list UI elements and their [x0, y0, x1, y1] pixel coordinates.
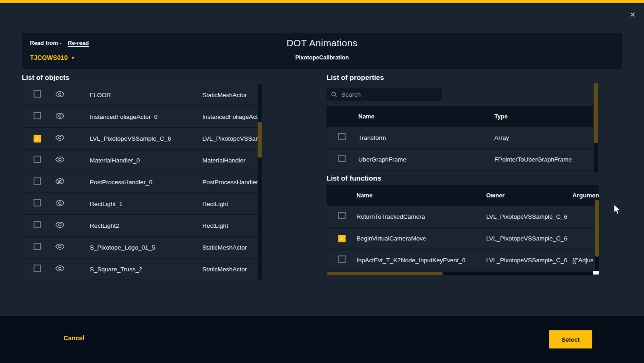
dialog-header: Read from -Re-read TJCGWS010▼ DOT Animat… [22, 33, 622, 69]
table-row[interactable]: RectLight2 RectLight [22, 215, 262, 237]
function-name: ReturnToTrackedCamera [356, 213, 486, 220]
page-subtitle: PixotopeCalibration [22, 54, 622, 61]
function-owner: LVL_PixotopeVSSample_C_6 [486, 257, 572, 264]
scrollbar-thumb[interactable] [595, 200, 599, 257]
properties-table: Name Type Transform Array UberGraphFrame… [327, 106, 593, 171]
object-type: StaticMeshActor [202, 92, 262, 98]
properties-heading: List of properties [327, 74, 384, 82]
column-header-name: Name [358, 113, 494, 120]
row-checkbox[interactable] [34, 199, 41, 206]
visibility-eye-icon[interactable] [55, 91, 65, 98]
row-checkbox[interactable] [338, 212, 346, 219]
row-checkbox[interactable] [34, 221, 41, 228]
object-type: RectLight [202, 201, 262, 207]
row-checkbox[interactable] [338, 235, 346, 242]
column-header-owner: Owner [486, 192, 572, 199]
objects-scrollbar[interactable] [258, 84, 262, 280]
row-checkbox[interactable] [34, 135, 41, 142]
table-row[interactable]: LVL_PixotopeVSSample_C_6 LVL_PixotopeVSS… [22, 128, 262, 150]
visibility-eye-icon[interactable] [55, 134, 65, 142]
scrollbar-thumb[interactable] [594, 83, 598, 143]
column-header-type: Type [494, 113, 593, 120]
table-row[interactable]: RectLight_1 RectLight [22, 193, 262, 215]
object-type: MaterialHandler [202, 157, 262, 164]
object-type: StaticMeshActor [202, 266, 262, 273]
objects-heading: List of objects [22, 74, 69, 82]
functions-table-header: Name Owner Arguments [327, 185, 599, 206]
object-type: PostProcessHandler [202, 179, 262, 186]
table-row[interactable]: UberGraphFrame FPointerToUberGraphFrame [327, 149, 593, 171]
function-name: InpActEvt_T_K2Node_InputKeyEvent_0 [356, 257, 486, 264]
page-title: DOT Animations [22, 38, 622, 49]
object-name: InstancedFoliageActor_0 [90, 113, 202, 120]
properties-scrollbar[interactable] [594, 83, 598, 172]
visibility-eye-icon[interactable] [55, 113, 65, 120]
object-name: S_Pixotope_Logo_01_5 [90, 244, 202, 251]
scrollbar-thumb[interactable] [258, 122, 262, 158]
table-row[interactable]: InstancedFoliageActor_0 InstancedFoliage… [22, 106, 262, 128]
dialog-footer: Cancel Select [0, 316, 644, 363]
function-name: BeginVirtualCameraMove [356, 235, 486, 242]
function-owner: LVL_PixotopeVSSample_C_6 [486, 235, 572, 242]
row-checkbox[interactable] [338, 155, 346, 162]
select-button[interactable]: Select [549, 330, 592, 348]
object-name: RectLight_1 [90, 201, 202, 207]
row-checkbox[interactable] [338, 133, 346, 140]
mouse-cursor [614, 204, 621, 215]
visibility-eye-icon[interactable] [55, 156, 65, 163]
visibility-eye-icon[interactable] [55, 243, 65, 250]
functions-horizontal-scrollbar[interactable] [327, 272, 599, 275]
table-row[interactable]: Transform Array [327, 127, 593, 149]
visibility-eye-icon[interactable] [55, 221, 65, 229]
property-name: Transform [358, 134, 494, 141]
objects-table: FLOOR StaticMeshActor InstancedFoliageAc… [22, 84, 262, 281]
row-checkbox[interactable] [338, 255, 346, 263]
functions-table: Name Owner Arguments ReturnToTrackedCame… [327, 185, 599, 271]
functions-scrollbar[interactable] [595, 200, 599, 271]
row-checkbox[interactable] [34, 90, 41, 98]
table-row[interactable]: S_Pixotope_Logo_01_5 StaticMeshActor [22, 237, 262, 259]
function-owner: LVL_PixotopeVSSample_C_6 [486, 213, 572, 220]
column-header-arguments: Arguments [572, 192, 599, 199]
property-name: UberGraphFrame [358, 156, 494, 163]
column-header-name: Name [356, 192, 486, 199]
properties-search[interactable] [327, 88, 442, 101]
table-row[interactable]: ReturnToTrackedCamera LVL_PixotopeVSSamp… [327, 206, 599, 228]
object-name: FLOOR [90, 92, 202, 98]
row-checkbox[interactable] [34, 265, 41, 272]
object-name: PostProcessHandler_0 [90, 179, 202, 186]
properties-table-header: Name Type [327, 106, 593, 127]
row-checkbox[interactable] [34, 156, 41, 163]
property-type: Array [494, 134, 593, 141]
cancel-button[interactable]: Cancel [63, 334, 84, 342]
accent-top-bar [0, 0, 644, 3]
row-checkbox[interactable] [34, 112, 41, 119]
visibility-eye-icon[interactable] [55, 200, 65, 207]
table-row[interactable]: S_Square_Truss_2 StaticMeshActor [22, 259, 262, 280]
object-type: StaticMeshActor [202, 244, 262, 251]
visibility-eye-off-icon[interactable] [55, 178, 65, 185]
table-row[interactable]: InpActEvt_T_K2Node_InputKeyEvent_0 LVL_P… [327, 250, 599, 271]
table-row[interactable]: BeginVirtualCameraMove LVL_PixotopeVSSam… [327, 228, 599, 250]
object-name: RectLight2 [90, 222, 202, 229]
object-name: LVL_PixotopeVSSample_C_6 [90, 135, 202, 142]
object-type: LVL_PixotopeVSSample_C [202, 135, 262, 142]
functions-heading: List of functions [327, 174, 381, 182]
row-checkbox[interactable] [34, 243, 41, 250]
object-name: MaterialHandler_0 [90, 157, 202, 164]
row-checkbox[interactable] [34, 177, 41, 185]
scrollbar-corner [593, 271, 599, 275]
visibility-eye-icon[interactable] [55, 265, 65, 272]
scrollbar-thumb[interactable] [327, 272, 443, 275]
object-name: S_Square_Truss_2 [90, 266, 202, 273]
table-row[interactable]: PostProcessHandler_0 PostProcessHandler [22, 172, 262, 193]
property-type: FPointerToUberGraphFrame [494, 156, 593, 163]
object-type: InstancedFoliageActor [202, 113, 262, 120]
table-row[interactable]: FLOOR StaticMeshActor [22, 84, 262, 106]
close-icon[interactable]: ✕ [628, 10, 638, 20]
table-row[interactable]: MaterialHandler_0 MaterialHandler [22, 150, 262, 172]
search-input[interactable] [342, 91, 437, 98]
search-icon [331, 91, 337, 98]
object-type: RectLight [202, 222, 262, 229]
